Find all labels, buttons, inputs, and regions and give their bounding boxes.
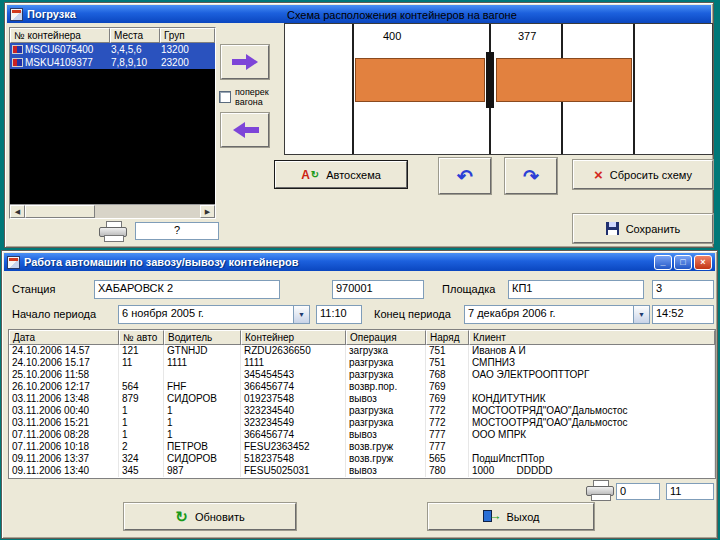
table-cell: 09.11.2006 13:40 [9, 465, 119, 477]
refresh-button[interactable]: ↻ Обновить [124, 503, 296, 530]
container-list-row[interactable]: MSCU60754003,4,5,613200 [10, 43, 215, 56]
list-header-group[interactable]: Груп [160, 28, 215, 43]
table-cell: 1 [164, 429, 241, 441]
undo-button[interactable]: ↶ [439, 158, 491, 194]
site-field[interactable]: КП1 [508, 280, 644, 299]
count-right-field[interactable]: 11 [666, 483, 714, 500]
scheme-label: Схема расположения контейнеров на вагоне [287, 9, 517, 21]
table-row[interactable]: 24.10.2006 14.57121GTNHJDRZDU2636650загр… [9, 345, 715, 357]
table-row[interactable]: 26.10.2006 12:17564FHF366456774возвр.пор… [9, 381, 715, 393]
period-start-date-combo[interactable]: 6 ноября 2005 г. ▼ [118, 305, 310, 324]
table-cell: 1 [164, 417, 241, 429]
table-cell: 324 [119, 453, 164, 465]
column-header[interactable]: Операция [346, 330, 426, 345]
container-list-row[interactable]: MSKU41093777,8,9,1023200 [10, 56, 215, 69]
exit-button[interactable]: → Выход [428, 503, 594, 530]
period-start-time-field[interactable]: 11:10 [316, 305, 362, 324]
container-block[interactable] [496, 58, 632, 102]
table-row[interactable]: 25.10.2006 11:58345454543разгрузка768ОАО… [9, 369, 715, 381]
list-horizontal-scrollbar[interactable]: ◀ ▶ [10, 204, 215, 218]
table-cell: 1111 [164, 357, 241, 369]
table-cell: 565 [426, 453, 469, 465]
table-cell: вывоз [346, 465, 426, 477]
table-cell: 03.11.2006 15:21 [9, 417, 119, 429]
table-cell: 1 [164, 405, 241, 417]
table-row[interactable]: 07.11.2006 08:2811366456774вывоз777ООО М… [9, 429, 715, 441]
table-cell [469, 381, 715, 393]
column-header[interactable]: Водитель [164, 330, 241, 345]
container-list[interactable]: № контейнера Места Груп MSCU60754003,4,5… [9, 27, 216, 219]
list-header-places[interactable]: Места [110, 28, 160, 43]
across-wagon-checkbox[interactable] [219, 91, 231, 103]
table-cell: возв.груж [346, 453, 426, 465]
table-row[interactable]: 03.11.2006 13:48879СИДОРОВ019237548вывоз… [9, 393, 715, 405]
table-cell: 1 [119, 417, 164, 429]
table-cell: вывоз [346, 393, 426, 405]
work-window: Работа автомашин по завозу/вывозу контей… [1, 250, 718, 539]
list-header-container[interactable]: № контейнера [10, 28, 110, 43]
maximize-icon[interactable]: □ [674, 255, 692, 270]
column-header[interactable]: Наряд [426, 330, 469, 345]
autoscheme-button[interactable]: А↻ Автосхема [275, 161, 407, 188]
exit-icon: → [483, 509, 500, 524]
move-right-button[interactable] [221, 45, 269, 79]
red-x-icon: × [594, 167, 603, 182]
table-row[interactable]: 24.10.2006 15.171111111111разгрузка751СМ… [9, 357, 715, 369]
close-icon[interactable]: × [694, 255, 712, 270]
wagon-scheme[interactable]: 400 377 [284, 23, 713, 155]
table-cell: FESU5025031 [241, 465, 346, 477]
scroll-left-icon[interactable]: ◀ [10, 205, 25, 218]
minimize-icon[interactable]: _ [654, 255, 672, 270]
across-wagon-label: поперек вагона [235, 87, 289, 107]
redo-icon: ↷ [523, 167, 539, 186]
trips-table[interactable]: Дата№ автоВодительКонтейнерОперацияНаряд… [8, 329, 716, 479]
table-cell: 345454543 [241, 369, 346, 381]
printer-icon[interactable] [586, 480, 616, 502]
table-cell: 772 [426, 405, 469, 417]
table-cell: 777 [426, 429, 469, 441]
column-header[interactable]: Клиент [469, 330, 715, 345]
scrollbar-track[interactable] [95, 205, 200, 218]
station-field[interactable]: ХАБАРОВСК 2 [94, 280, 280, 299]
table-cell: 518237548 [241, 453, 346, 465]
period-end-date-combo[interactable]: 7 декабря 2006 г. ▼ [464, 305, 650, 324]
period-end-time-field[interactable]: 14:52 [652, 305, 714, 324]
table-row[interactable]: 07.11.2006 10:182ПЕТРОВFESU2363452возв.г… [9, 441, 715, 453]
container-list-rows: MSCU60754003,4,5,613200MSKU41093777,8,9,… [10, 43, 215, 69]
redo-button[interactable]: ↷ [505, 158, 557, 194]
table-row[interactable]: 09.11.2006 13:40345987FESU5025031вывоз78… [9, 465, 715, 477]
station-code-field[interactable]: 970001 [332, 280, 424, 299]
table-cell: МОСТООТРЯД"ОАО"Дальмостос [469, 417, 715, 429]
save-button[interactable]: Сохранить [573, 214, 713, 243]
table-cell: 366456774 [241, 381, 346, 393]
column-header[interactable]: Дата [9, 330, 119, 345]
column-header[interactable]: № авто [119, 330, 164, 345]
table-cell: 780 [426, 465, 469, 477]
column-header[interactable]: Контейнер [241, 330, 346, 345]
reset-scheme-button[interactable]: × Сбросить схему [573, 160, 713, 189]
table-cell: FHF [164, 381, 241, 393]
printer-icon[interactable] [99, 221, 129, 243]
work-window-titlebar[interactable]: Работа автомашин по завозу/вывозу контей… [4, 253, 715, 271]
chevron-down-icon[interactable]: ▼ [633, 306, 649, 323]
scroll-right-icon[interactable]: ▶ [200, 205, 215, 218]
site-code-field[interactable]: 3 [652, 280, 714, 299]
scheme-gridline [633, 24, 635, 154]
print-value-field[interactable]: ? [135, 222, 219, 240]
table-cell: 24.10.2006 14.57 [9, 345, 119, 357]
table-row[interactable]: 03.11.2006 00:4011323234540разгрузка772М… [9, 405, 715, 417]
count-left-field[interactable]: 0 [616, 483, 660, 500]
container-block[interactable] [355, 58, 485, 102]
undo-icon: ↶ [457, 167, 473, 186]
table-cell: возв.груж [346, 441, 426, 453]
chevron-down-icon[interactable]: ▼ [293, 306, 309, 323]
table-row[interactable]: 03.11.2006 15:2111323234549разгрузка772М… [9, 417, 715, 429]
table-cell: 879 [119, 393, 164, 405]
table-row[interactable]: 09.11.2006 13:37324СИДОРОВ518237548возв.… [9, 453, 715, 465]
scrollbar-thumb[interactable] [25, 205, 95, 218]
table-cell: 345 [119, 465, 164, 477]
table-cell: 24.10.2006 15.17 [9, 357, 119, 369]
table-cell: 751 [426, 357, 469, 369]
move-left-button[interactable] [221, 113, 269, 147]
table-cell: 121 [119, 345, 164, 357]
